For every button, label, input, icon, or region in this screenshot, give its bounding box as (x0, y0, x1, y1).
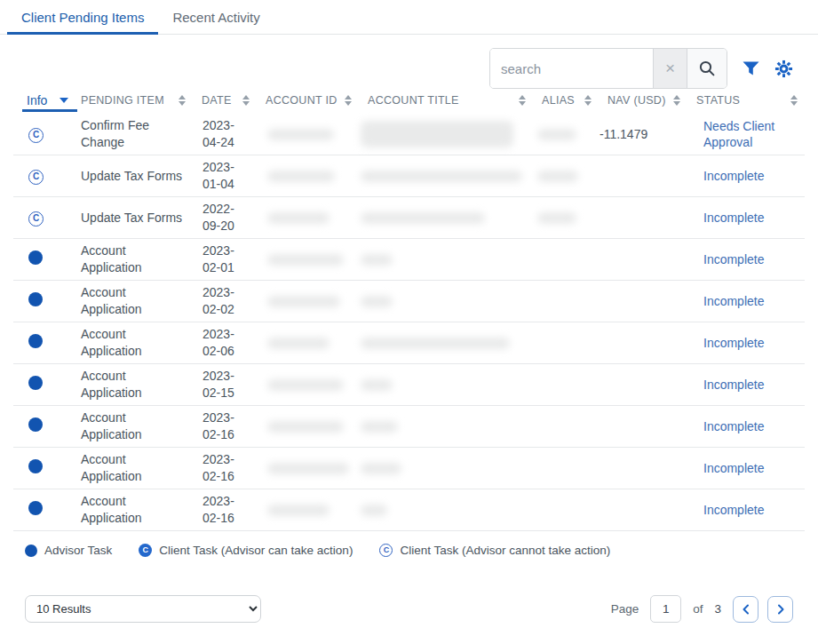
previous-page-button[interactable] (733, 596, 758, 623)
search-button[interactable] (687, 49, 727, 88)
column-header-label: ALIAS (542, 94, 575, 107)
redacted-account-id (267, 171, 335, 182)
column-header-label: STATUS (696, 94, 740, 107)
client-task-no-action-icon: C (379, 544, 393, 557)
status-link[interactable]: Incomplete (703, 418, 764, 434)
sort-icon (584, 95, 592, 106)
column-header-status[interactable]: STATUS (687, 94, 805, 110)
redacted-account-title (361, 505, 387, 516)
search-icon (698, 60, 716, 77)
tab-bar: Client Pending Items Recent Activity (0, 0, 818, 35)
task-type-icon (28, 417, 43, 432)
sort-icon (242, 95, 250, 106)
redacted-account-title (361, 379, 393, 391)
tab-label: Client Pending Items (21, 10, 144, 25)
column-header-nav-usd[interactable]: NAV (USD) (599, 94, 687, 110)
sort-icon (345, 95, 352, 106)
redacted-account-id (267, 129, 334, 140)
column-header-label: ACCOUNT ID (266, 94, 338, 107)
pending-item-text: Account Application (81, 494, 142, 525)
pending-item-text: Update Tax Forms (81, 211, 182, 225)
redacted-account-id (267, 421, 344, 433)
chevron-left-icon (740, 603, 752, 616)
column-header-account-id[interactable]: ACCOUNT ID (257, 94, 359, 110)
next-page-button[interactable] (767, 596, 793, 623)
search-input[interactable] (490, 49, 653, 88)
date-text: 2023-02-16 (193, 493, 257, 527)
client-task-action-icon: C (139, 544, 152, 557)
page-number-input[interactable] (650, 595, 681, 623)
page-label: Page (611, 602, 639, 616)
clear-search-button[interactable]: × (653, 49, 687, 88)
table-row[interactable]: C Update Tax Forms 2022-09-20 Incomplete (13, 197, 805, 239)
pagination: Page of 3 (611, 595, 793, 623)
legend-item-client-task-no-action: C Client Task (Advisor cannot take actio… (379, 544, 610, 557)
tab-recent-activity[interactable]: Recent Activity (158, 0, 274, 34)
gear-icon (774, 60, 793, 78)
search-toolbar: × (0, 35, 818, 90)
table-row[interactable]: Account Application 2023-02-16 Incomplet… (13, 489, 805, 531)
task-legend: Advisor Task C Client Task (Advisor can … (0, 531, 818, 561)
task-type-icon (28, 250, 43, 265)
results-per-page-select[interactable]: 10 Results (25, 595, 261, 623)
filter-button[interactable] (742, 60, 760, 77)
of-label: of (693, 602, 703, 616)
column-header-label: PENDING ITEM (81, 94, 164, 107)
table-row[interactable]: Account Application 2023-02-15 Incomplet… (13, 364, 805, 406)
table-body: C Confirm Fee Change 2023-04-24 -11.1479… (13, 114, 805, 531)
date-text: 2023-04-24 (193, 117, 257, 151)
table-row[interactable]: Account Application 2023-02-01 Incomplet… (13, 239, 805, 281)
pending-item-text: Update Tax Forms (81, 169, 182, 183)
status-link[interactable]: Incomplete (703, 293, 764, 309)
redacted-alias (537, 129, 576, 140)
date-text: 2023-02-06 (193, 326, 257, 360)
status-link[interactable]: Incomplete (703, 502, 764, 518)
column-header-pending-item[interactable]: PENDING ITEM (72, 94, 193, 110)
date-text: 2023-02-16 (193, 451, 257, 485)
column-header-alias[interactable]: ALIAS (533, 94, 599, 110)
status-link[interactable]: Needs Client Approval (703, 118, 796, 150)
chevron-right-icon (774, 603, 787, 616)
status-link[interactable]: Incomplete (703, 251, 764, 267)
redacted-account-id (267, 463, 349, 474)
column-header-account-title[interactable]: ACCOUNT TITLE (359, 94, 533, 110)
pending-items-table: Info PENDING ITEM DATE ACCOUNT ID ACCOUN… (0, 90, 818, 531)
pending-item-text: Account Application (81, 410, 142, 441)
pending-item-text: Confirm Fee Change (81, 118, 149, 149)
status-link[interactable]: Incomplete (703, 168, 764, 184)
table-row[interactable]: Account Application 2023-02-06 Incomplet… (13, 322, 805, 364)
tab-client-pending-items[interactable]: Client Pending Items (7, 0, 158, 34)
column-header-label: ACCOUNT TITLE (368, 94, 459, 107)
status-link[interactable]: Incomplete (703, 210, 764, 226)
table-row[interactable]: Account Application 2023-02-16 Incomplet… (13, 448, 805, 489)
pending-item-text: Account Application (81, 327, 142, 358)
column-header-label: Info (27, 93, 47, 107)
table-row[interactable]: Account Application 2023-02-16 Incomplet… (13, 406, 805, 448)
legend-item-advisor-task: Advisor Task (25, 544, 112, 557)
table-header-row: Info PENDING ITEM DATE ACCOUNT ID ACCOUN… (13, 90, 805, 114)
sort-icon (179, 95, 186, 106)
close-icon: × (665, 59, 675, 78)
task-type-icon (28, 334, 43, 348)
redacted-account-title (361, 254, 393, 266)
table-row[interactable]: Account Application 2023-02-02 Incomplet… (13, 281, 805, 322)
search-group: × (489, 48, 727, 89)
status-link[interactable]: Incomplete (703, 335, 764, 351)
legend-label: Client Task (Advisor can take action) (159, 544, 353, 557)
filter-funnel-icon (742, 60, 760, 77)
task-type-icon: C (28, 211, 44, 227)
column-header-date[interactable]: DATE (193, 94, 257, 110)
table-row[interactable]: C Confirm Fee Change 2023-04-24 -11.1479… (13, 114, 805, 155)
legend-label: Client Task (Advisor cannot take action) (400, 544, 610, 557)
date-text: 2023-02-16 (193, 409, 257, 443)
table-footer: 10 Results Page of 3 (0, 595, 818, 623)
table-row[interactable]: C Update Tax Forms 2023-01-04 Incomplete (13, 155, 805, 197)
legend-label: Advisor Task (44, 544, 112, 557)
chevron-down-icon (60, 98, 68, 103)
status-link[interactable]: Incomplete (703, 460, 764, 476)
settings-button[interactable] (774, 60, 793, 78)
status-link[interactable]: Incomplete (703, 377, 764, 393)
redacted-account-id (267, 379, 344, 391)
redacted-account-title (361, 212, 485, 224)
column-header-info[interactable]: Info (13, 93, 72, 111)
